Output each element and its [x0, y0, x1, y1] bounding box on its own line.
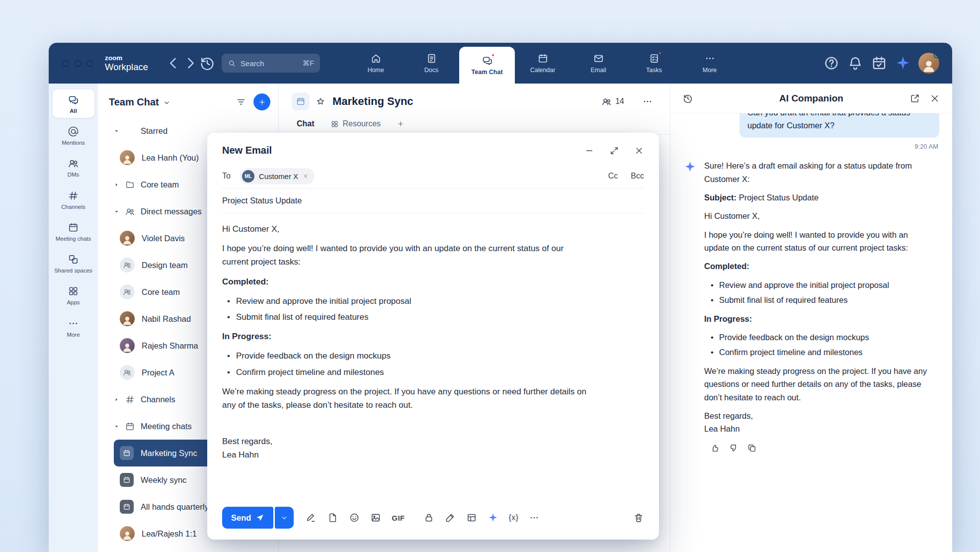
insert-image-button[interactable]: [370, 512, 381, 523]
chat-bubble-icon: [68, 94, 79, 105]
ai-message-timestamp: 9:20 AM: [684, 143, 938, 150]
ai-feedback-actions: [710, 443, 934, 453]
thumbs-up-button[interactable]: [710, 443, 720, 453]
remove-recipient-button[interactable]: [303, 172, 309, 181]
sidebar-header: Team Chat: [98, 84, 278, 114]
tab-chat[interactable]: Chat: [297, 119, 315, 128]
cc-button[interactable]: Cc: [608, 172, 618, 181]
signature-button[interactable]: [306, 512, 317, 523]
close-compose-button[interactable]: [634, 146, 644, 156]
help-button[interactable]: [823, 55, 840, 72]
new-chat-button[interactable]: [253, 93, 270, 110]
maximize-window-button[interactable]: [86, 60, 93, 67]
nav-calendar-label: Calendar: [530, 67, 556, 74]
calendar-icon: [125, 421, 135, 432]
email-icon: [593, 53, 604, 64]
email-greeting: Hi Customer X,: [222, 222, 590, 236]
topbar-right: [823, 43, 952, 84]
ai-completed-heading: Completed:: [704, 260, 934, 273]
rail-mentions-label: Mentions: [62, 140, 85, 146]
rail-all[interactable]: All: [53, 90, 94, 118]
attach-file-button[interactable]: [327, 512, 338, 523]
ai-list-item: Provide feedback on the design mockups: [704, 331, 934, 344]
nav-docs[interactable]: Docs: [404, 43, 459, 84]
file-icon: [327, 512, 338, 523]
close-window-button[interactable]: [63, 60, 69, 67]
toolbar-more-button[interactable]: [529, 512, 540, 523]
rail-more[interactable]: More: [53, 313, 94, 342]
nav-team-chat[interactable]: Team Chat: [459, 47, 515, 84]
filter-button[interactable]: [236, 96, 246, 107]
rail-channels[interactable]: Channels: [53, 185, 94, 214]
nav-calendar[interactable]: Calendar: [515, 43, 571, 84]
minimize-compose-button[interactable]: [584, 146, 594, 156]
thumbs-down-button[interactable]: [729, 443, 738, 453]
copy-button[interactable]: [747, 443, 757, 453]
discard-draft-button[interactable]: [633, 512, 644, 523]
ai-history-button[interactable]: [682, 93, 693, 104]
template-button[interactable]: [466, 512, 477, 523]
team-chat-title-dropdown[interactable]: Team Chat: [109, 96, 170, 108]
star-channel-button[interactable]: [316, 96, 326, 106]
nav-home[interactable]: Home: [348, 43, 404, 84]
chat-more-options-button[interactable]: [642, 96, 653, 107]
search-input[interactable]: Search ⌘F: [222, 54, 320, 73]
send-button[interactable]: Send: [222, 507, 273, 529]
person-silhouette-icon: [921, 58, 937, 74]
send-options-button[interactable]: [275, 507, 294, 529]
ai-subject-line: Subject: Project Status Update: [704, 191, 934, 204]
ai-user-message: Can you draft an email that provides a s…: [739, 113, 939, 138]
nav-email[interactable]: Email: [571, 43, 626, 84]
rail-meeting-chats[interactable]: Meeting chats: [53, 217, 94, 246]
people-icon: [68, 158, 79, 169]
dm-label: Rajesh Sharma: [142, 341, 198, 351]
back-button[interactable]: [165, 55, 182, 72]
rail-dms[interactable]: DMs: [53, 153, 94, 182]
chat-filter-rail: All Mentions DMs Channels Meeting chats: [49, 84, 98, 552]
desktop-background: zoom Workplace Search ⌘F Home: [0, 0, 980, 552]
ai-close-button[interactable]: [929, 93, 940, 104]
rail-mentions[interactable]: Mentions: [53, 121, 94, 150]
user-avatar[interactable]: [918, 53, 939, 74]
people-icon: [123, 261, 132, 270]
meeting-calendar-badge[interactable]: [292, 92, 310, 110]
pencil-icon: [445, 512, 456, 523]
rail-apps[interactable]: Apps: [53, 281, 94, 309]
group-label: Design team: [142, 261, 188, 270]
emoji-button[interactable]: [349, 512, 360, 523]
email-body-editor[interactable]: Hi Customer X, I hope you’re doing well!…: [207, 213, 659, 502]
notifications-button[interactable]: [847, 55, 864, 72]
person-silhouette-icon: [121, 314, 133, 326]
email-inprogress-heading: In Progress:: [222, 330, 590, 343]
ai-assist-button[interactable]: [488, 512, 498, 523]
history-button[interactable]: [199, 55, 216, 72]
expand-icon: [609, 146, 619, 156]
calendar-icon: [296, 96, 306, 106]
hash-icon: [125, 394, 135, 405]
to-field[interactable]: To ML Customer X Cc Bcc: [207, 164, 659, 188]
edit-button[interactable]: [445, 512, 456, 523]
nav-tasks[interactable]: Tasks: [626, 43, 682, 84]
subject-input[interactable]: Project Status Update: [207, 188, 659, 213]
variables-button[interactable]: {x}: [509, 513, 519, 522]
gif-button[interactable]: GIF: [392, 514, 405, 522]
shared-spaces-icon: [68, 254, 79, 265]
expand-compose-button[interactable]: [609, 146, 619, 156]
ai-popout-button[interactable]: [909, 93, 920, 104]
minimize-window-button[interactable]: [75, 60, 81, 67]
encrypt-button[interactable]: [423, 512, 434, 523]
meeting-chat-label: All hands quarterly: [141, 502, 209, 512]
ai-companion-button[interactable]: [895, 55, 911, 72]
person-silhouette-icon: [121, 153, 133, 165]
recipient-chip[interactable]: ML Customer X: [240, 168, 315, 184]
people-icon: [601, 96, 612, 107]
add-tab-button[interactable]: [397, 120, 405, 128]
ai-conversation[interactable]: Can you draft an email that provides a s…: [670, 113, 952, 552]
nav-more[interactable]: More: [682, 43, 737, 84]
rail-shared-spaces[interactable]: Shared spaces: [53, 249, 94, 277]
forward-button[interactable]: [182, 55, 199, 72]
bcc-button[interactable]: Bcc: [631, 172, 644, 181]
tab-resources[interactable]: Resources: [330, 119, 381, 128]
member-count-button[interactable]: 14: [601, 96, 624, 107]
upcoming-meetings-button[interactable]: [871, 55, 888, 72]
